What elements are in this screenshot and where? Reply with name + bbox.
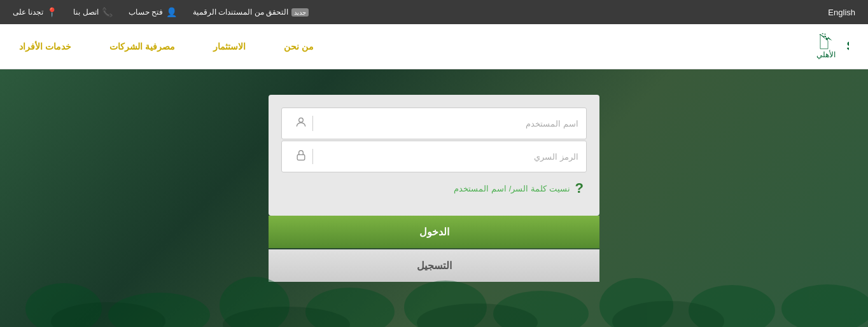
snb-logo: SNB الأهلي — [773, 31, 849, 62]
find-us-link[interactable]: 📍 تجدنا على — [13, 7, 57, 17]
field-separator — [312, 116, 313, 131]
svg-text:SNB: SNB — [846, 38, 849, 53]
password-field-group — [281, 141, 587, 172]
contact-link[interactable]: 📞 اتصل بنا — [73, 7, 112, 17]
phone-icon: 📞 — [102, 7, 113, 17]
user-field-icon — [295, 116, 307, 132]
lock-field-icon — [295, 149, 307, 165]
svg-text:الأهلي: الأهلي — [816, 50, 836, 59]
verify-docs-link[interactable]: جديد التحقق من المستندات الرقمية — [193, 8, 309, 17]
svg-point-11 — [781, 284, 868, 327]
find-us-label: تجدنا على — [13, 8, 43, 17]
nav-link-about[interactable]: من نحن — [284, 41, 314, 52]
nav-link-investment[interactable]: الاستثمار — [213, 41, 246, 52]
open-account-link[interactable]: 👤 فتح حساب — [129, 7, 177, 17]
nav-link-personal[interactable]: خدمات الأفراد — [19, 41, 71, 52]
nav-link-corporate[interactable]: مصرفية الشركات — [109, 41, 175, 52]
background-pattern — [0, 226, 868, 327]
svg-rect-17 — [297, 155, 305, 160]
forgot-password-link[interactable]: نسيت كلمة السر/ اسم المستخدم — [454, 184, 570, 193]
location-icon: 📍 — [46, 7, 57, 17]
top-bar-actions: جديد التحقق من المستندات الرقمية 👤 فتح ح… — [13, 7, 309, 17]
forgot-link-area: ? نسيت كلمة السر/ اسم المستخدم — [281, 174, 587, 203]
svg-point-16 — [299, 118, 304, 122]
open-account-label: فتح حساب — [129, 8, 163, 17]
logo-area[interactable]: SNB الأهلي — [773, 31, 849, 62]
login-container: ? نسيت كلمة السر/ اسم المستخدم — [269, 95, 599, 216]
top-bar: English جديد التحقق من المستندات الرقمية… — [0, 0, 868, 24]
contact-label: اتصل بنا — [73, 8, 98, 17]
username-input[interactable] — [318, 118, 578, 129]
nav-links: من نحن الاستثمار مصرفية الشركات خدمات ال… — [19, 41, 314, 52]
field-separator-2 — [312, 149, 313, 164]
nav-bar: SNB الأهلي من نحن الاستثمار مصرفية الشرك… — [0, 24, 868, 69]
username-field-group — [281, 108, 587, 139]
language-switcher[interactable]: English — [828, 8, 855, 17]
user-icon: 👤 — [166, 7, 177, 17]
verify-docs-label: التحقق من المستندات الرقمية — [193, 8, 288, 17]
password-input[interactable] — [318, 151, 578, 162]
verify-badge: جديد — [291, 8, 309, 17]
main-content: ? نسيت كلمة السر/ اسم المستخدم الدخول ال… — [0, 69, 868, 327]
svg-marker-0 — [820, 34, 832, 41]
question-icon: ? — [575, 180, 584, 197]
